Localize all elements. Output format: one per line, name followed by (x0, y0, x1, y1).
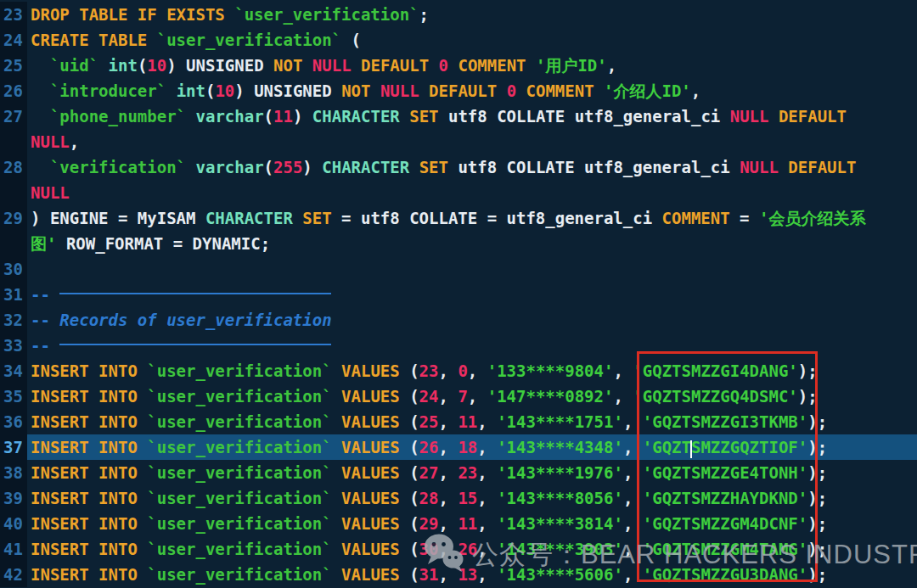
code-row[interactable]: 25 `uid` int(10) UNSIGNED NOT NULL DEFAU… (0, 53, 917, 78)
code-token: '143****4348' (497, 438, 623, 456)
code-token: CHARACTER (322, 158, 419, 176)
code-row[interactable]: 38INSERT INTO `user_verification` VALUES… (0, 460, 917, 485)
code-token: int (177, 81, 205, 100)
text-cursor (690, 440, 692, 458)
code-token: SET (302, 209, 341, 227)
line-number[interactable]: 23 (0, 2, 27, 27)
code-row[interactable]: 36INSERT INTO `user_verification` VALUES… (0, 409, 917, 434)
code-token (31, 107, 50, 126)
code-row[interactable]: 41INSERT INTO `user_verification` VALUES… (0, 536, 917, 562)
code-token: `phone_number` (50, 107, 186, 126)
line-number[interactable]: 32 (0, 307, 27, 333)
code-token: , (438, 463, 458, 482)
code-row[interactable]: 31-- (0, 282, 917, 307)
code-token: , (438, 412, 458, 431)
code-token: VALUES (332, 361, 410, 380)
code-token: ) (293, 107, 312, 126)
line-number[interactable]: 41 (0, 536, 27, 562)
code-row[interactable]: 24CREATE TABLE `user_verification` ( (0, 27, 917, 53)
line-number[interactable]: 27 (0, 104, 27, 129)
line-number[interactable]: 40 (0, 511, 27, 536)
code-token: `introducer` (50, 81, 166, 100)
code-row[interactable]: 26 `introducer` int(10) UNSIGNED NOT NUL… (0, 78, 917, 104)
code-row[interactable]: 30 (0, 256, 917, 282)
code-token: ; (419, 5, 429, 24)
code-row[interactable]: 27 `phone_number` varchar(11) CHARACTER … (0, 104, 917, 129)
line-number[interactable]: 34 (0, 358, 27, 384)
line-number[interactable]: 38 (0, 460, 27, 485)
code-token: , (623, 540, 643, 558)
code-token: INSERT INTO (31, 463, 147, 482)
code-token (166, 81, 176, 100)
code-row[interactable]: 32-- Records of user_verification (0, 307, 917, 333)
code-row[interactable]: 35INSERT INTO `user_verification` VALUES… (0, 384, 917, 409)
code-row-active[interactable]: 37INSERT INTO `user_verification` VALUES… (0, 434, 917, 460)
code-token: SET (419, 158, 458, 176)
code-token: , (468, 361, 487, 380)
code-token: DEFAULT (361, 56, 439, 75)
line-number[interactable]: 36 (0, 409, 27, 434)
line-number[interactable]: 31 (0, 282, 27, 307)
code-token: , (691, 81, 700, 100)
code-line: -- Records of user_verification (27, 307, 917, 333)
code-token: , (623, 565, 643, 584)
code-row[interactable]: 39INSERT INTO `user_verification` VALUES… (0, 485, 917, 511)
code-token: , (613, 361, 633, 380)
code-row[interactable]: 34INSERT INTO `user_verification` VALUES… (0, 358, 917, 384)
line-number[interactable]: 37 (0, 434, 27, 460)
line-number[interactable]: 28 (0, 154, 27, 180)
code-line: ) ENGINE = MyISAM CHARACTER SET = utf8 C… (27, 205, 917, 231)
code-row[interactable]: 33-- (0, 333, 917, 358)
code-line: INSERT INTO `user_verification` VALUES (… (27, 485, 917, 511)
code-token (186, 107, 195, 126)
code-line: `uid` int(10) UNSIGNED NOT NULL DEFAULT … (27, 53, 917, 78)
code-token: varchar (196, 158, 264, 176)
line-number[interactable]: 29 (0, 205, 27, 231)
line-number[interactable]: 24 (0, 27, 27, 53)
code-row[interactable]: NULL, (0, 129, 917, 154)
code-token: 26 (419, 438, 439, 456)
code-token: 15 (458, 489, 477, 507)
code-line (27, 256, 917, 282)
code-token: ( (409, 412, 419, 431)
code-token: ); (798, 387, 818, 406)
code-row[interactable]: 29) ENGINE = MyISAM CHARACTER SET = utf8… (0, 205, 917, 231)
code-token: , (438, 361, 458, 380)
code-token: ( (341, 31, 361, 49)
code-token: VALUES (332, 540, 410, 558)
code-row[interactable]: 图' ROW_FORMAT = DYNAMIC; (0, 231, 917, 256)
line-number[interactable] (0, 231, 27, 256)
code-token: , (607, 56, 616, 75)
line-number[interactable]: 26 (0, 78, 27, 104)
line-number[interactable] (0, 180, 27, 205)
code-token: INSERT INTO (31, 387, 147, 406)
code-row[interactable]: 23DROP TABLE IF EXISTS `user_verificatio… (0, 2, 917, 27)
code-token: DEFAULT (429, 81, 507, 100)
code-line: INSERT INTO `user_verification` VALUES (… (27, 511, 917, 536)
code-token: ); (798, 361, 818, 380)
code-token: '143****3814' (497, 514, 623, 533)
code-row[interactable]: NULL (0, 180, 917, 205)
line-number[interactable]: 35 (0, 384, 27, 409)
code-token: ); (807, 438, 827, 456)
code-row[interactable]: 40INSERT INTO `user_verification` VALUES… (0, 511, 917, 536)
line-number[interactable]: 33 (0, 333, 27, 358)
line-number[interactable]: 25 (0, 53, 27, 78)
code-row[interactable]: 28 `verification` varchar(255) CHARACTER… (0, 154, 917, 180)
line-number[interactable] (0, 129, 27, 154)
code-token: varchar (196, 107, 264, 126)
code-token: , (613, 387, 633, 406)
line-number[interactable]: 39 (0, 485, 27, 511)
code-row[interactable]: 42INSERT INTO `user_verification` VALUES… (0, 562, 917, 587)
code-line: INSERT INTO `user_verification` VALUES (… (27, 409, 917, 434)
code-token: INSERT INTO (31, 438, 147, 456)
code-token: ( (409, 489, 419, 507)
code-token: , (477, 514, 497, 533)
code-token: '143****8056' (497, 489, 623, 507)
line-number[interactable]: 42 (0, 562, 27, 587)
code-line: DROP TABLE IF EXISTS `user_verification`… (27, 2, 917, 27)
line-number[interactable]: 30 (0, 256, 27, 282)
code-token: `user_verification` (147, 489, 331, 507)
code-token: ); (807, 565, 827, 584)
code-token: COMMENT (458, 56, 536, 75)
